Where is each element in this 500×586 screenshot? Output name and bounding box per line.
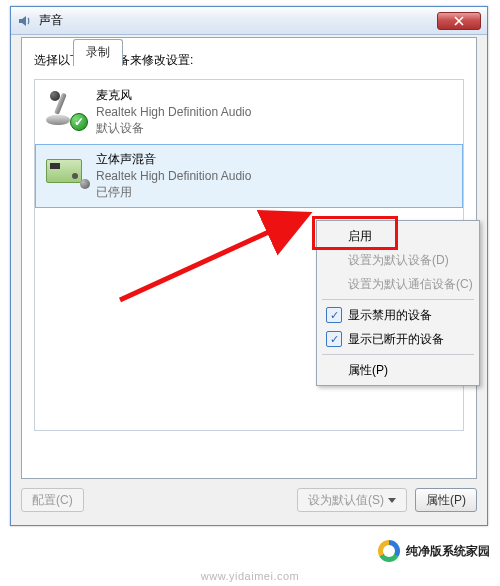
microphone-icon: ✓ bbox=[44, 87, 86, 129]
speaker-icon bbox=[17, 13, 33, 29]
device-row-microphone[interactable]: ✓ 麦克风 Realtek High Definition Audio 默认设备 bbox=[35, 80, 463, 144]
menu-show-disabled[interactable]: ✓显示禁用的设备 bbox=[320, 303, 476, 327]
check-icon: ✓ bbox=[70, 113, 88, 131]
check-icon: ✓ bbox=[326, 307, 342, 323]
properties-button[interactable]: 属性(P) bbox=[415, 488, 477, 512]
device-status: 默认设备 bbox=[96, 120, 251, 137]
menu-label: 启用 bbox=[348, 228, 372, 245]
brand-watermark: 纯净版系统家园 bbox=[378, 540, 490, 562]
close-button[interactable] bbox=[437, 12, 481, 30]
tab-label: 录制 bbox=[86, 45, 110, 59]
url-watermark: www.yidaimei.com bbox=[0, 570, 500, 582]
menu-enable[interactable]: 启用 bbox=[320, 224, 476, 248]
device-name: 麦克风 bbox=[96, 87, 251, 104]
menu-separator bbox=[322, 354, 474, 355]
menu-set-default-comm[interactable]: 设置为默认通信设备(C) bbox=[320, 272, 476, 296]
device-text: 麦克风 Realtek High Definition Audio 默认设备 bbox=[96, 87, 251, 137]
button-label: 设为默认值(S) bbox=[308, 492, 384, 509]
tab-recording[interactable]: 录制 bbox=[73, 39, 123, 66]
context-menu: 启用 设置为默认设备(D) 设置为默认通信设备(C) ✓显示禁用的设备 ✓显示已… bbox=[316, 220, 480, 386]
device-row-stereo-mix[interactable]: 立体声混音 Realtek High Definition Audio 已停用 bbox=[35, 144, 463, 208]
menu-label: 设置为默认通信设备(C) bbox=[348, 276, 473, 293]
set-default-button[interactable]: 设为默认值(S) bbox=[297, 488, 407, 512]
dialog-button-row: 配置(C) 设为默认值(S) 属性(P) bbox=[21, 485, 477, 515]
device-name: 立体声混音 bbox=[96, 151, 251, 168]
titlebar: 声音 bbox=[11, 7, 487, 35]
menu-label: 属性(P) bbox=[348, 362, 388, 379]
configure-button[interactable]: 配置(C) bbox=[21, 488, 84, 512]
device-status: 已停用 bbox=[96, 184, 251, 201]
menu-properties[interactable]: 属性(P) bbox=[320, 358, 476, 382]
menu-show-disconnected[interactable]: ✓显示已断开的设备 bbox=[320, 327, 476, 351]
menu-set-default[interactable]: 设置为默认设备(D) bbox=[320, 248, 476, 272]
menu-label: 设置为默认设备(D) bbox=[348, 252, 449, 269]
window-title: 声音 bbox=[39, 12, 437, 29]
menu-label: 显示已断开的设备 bbox=[348, 331, 444, 348]
device-text: 立体声混音 Realtek High Definition Audio 已停用 bbox=[96, 151, 251, 201]
button-label: 配置(C) bbox=[32, 492, 73, 509]
button-label: 属性(P) bbox=[426, 492, 466, 509]
check-icon: ✓ bbox=[326, 331, 342, 347]
chevron-down-icon bbox=[388, 498, 396, 503]
device-provider: Realtek High Definition Audio bbox=[96, 169, 251, 183]
soundcard-icon bbox=[44, 151, 86, 193]
menu-label: 显示禁用的设备 bbox=[348, 307, 432, 324]
device-provider: Realtek High Definition Audio bbox=[96, 105, 251, 119]
brand-text: 纯净版系统家园 bbox=[406, 543, 490, 560]
menu-separator bbox=[322, 299, 474, 300]
brand-logo-icon bbox=[378, 540, 400, 562]
